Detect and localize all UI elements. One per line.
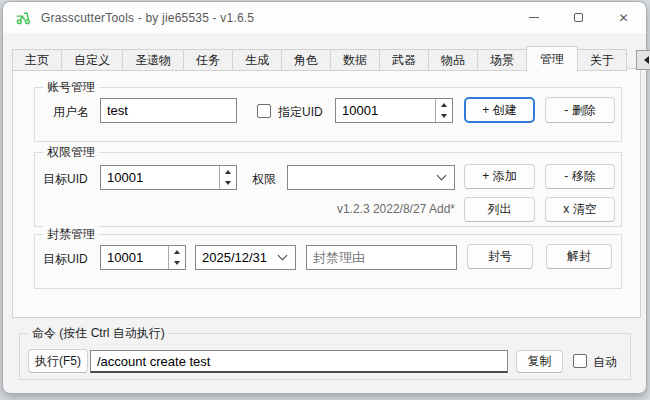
ban-target-uid-value: 10001 (101, 246, 168, 269)
tab-quests[interactable]: 任务 (183, 49, 233, 71)
up-arrow-icon (441, 103, 447, 107)
left-arrow-icon (644, 56, 649, 64)
run-command-button[interactable]: 执行(F5) (28, 349, 88, 373)
add-permission-button[interactable]: + 添加 (464, 164, 535, 189)
permission-version-note: v1.2.3 2022/8/27 Add* (185, 202, 455, 216)
tab-about[interactable]: 关于 (577, 49, 627, 71)
close-icon: ✕ (618, 11, 628, 25)
tab-scenes[interactable]: 场景 (477, 49, 527, 71)
copy-command-button[interactable]: 复制 (516, 350, 563, 373)
perm-target-uid-value: 10001 (101, 166, 219, 189)
chevron-down-icon (437, 170, 447, 180)
create-account-button[interactable]: + 创建 (464, 97, 535, 123)
remove-permission-button[interactable]: - 移除 (545, 164, 615, 189)
clear-permission-button[interactable]: x 清空 (545, 197, 615, 222)
tab-weapons[interactable]: 武器 (379, 49, 429, 71)
ban-target-uid-spinner[interactable]: 10001 (100, 245, 186, 270)
maximize-icon (574, 13, 583, 22)
specify-uid-label: 指定UID (278, 104, 323, 121)
account-group: 账号管理 用户名 指定UID 10001 + 创建 - 删除 (34, 87, 622, 142)
permission-group: 权限管理 目标UID 10001 权限 + 添加 - 移除 v1.2.3 202… (34, 152, 622, 227)
app-window: GrasscutterTools - by jie65535 - v1.6.5 … (2, 1, 647, 394)
spinner-down-button[interactable] (169, 258, 185, 270)
minimize-button[interactable] (511, 2, 556, 33)
list-permission-button[interactable]: 列出 (464, 197, 535, 222)
down-arrow-icon (441, 114, 447, 118)
auto-run-label: 自动 (593, 354, 617, 371)
account-uid-spinner[interactable]: 10001 (335, 98, 453, 123)
up-arrow-icon (174, 250, 180, 254)
tab-scroll-buttons (634, 50, 650, 70)
title-bar: GrasscutterTools - by jie65535 - v1.6.5 … (3, 2, 646, 33)
perm-label: 权限 (252, 171, 276, 188)
specify-uid-checkbox[interactable] (257, 104, 271, 118)
down-arrow-icon (225, 181, 231, 185)
spinner-down-button[interactable] (220, 178, 236, 190)
account-uid-value: 10001 (336, 99, 435, 122)
permission-combobox[interactable] (287, 165, 455, 190)
tab-home[interactable]: 主页 (12, 49, 62, 71)
ban-target-uid-label: 目标UID (43, 251, 88, 268)
tab-scroll-left-button[interactable] (636, 50, 650, 70)
chevron-down-icon (278, 250, 288, 260)
ban-button[interactable]: 封号 (467, 244, 533, 269)
auto-run-checkbox[interactable] (573, 354, 587, 368)
grasscutter-scooter-icon (15, 9, 32, 26)
window-title: GrasscutterTools - by jie65535 - v1.6.5 (41, 11, 254, 25)
tab-spawn[interactable]: 生成 (232, 49, 282, 71)
ban-date-combobox[interactable]: 2025/12/31 (195, 245, 296, 270)
management-tab-page: 账号管理 用户名 指定UID 10001 + 创建 - 删除 权限管理 目标UI… (12, 68, 641, 318)
command-input[interactable] (90, 350, 508, 373)
ban-group-title: 封禁管理 (43, 226, 99, 243)
spinner-down-button[interactable] (436, 111, 452, 123)
spinner-up-button[interactable] (436, 99, 452, 111)
ban-group: 封禁管理 目标UID 10001 2025/12/31 封号 解封 (34, 234, 622, 289)
up-arrow-icon (225, 170, 231, 174)
permission-group-title: 权限管理 (43, 144, 99, 161)
command-group-title: 命令 (按住 Ctrl 自动执行) (28, 325, 169, 342)
tab-artifacts[interactable]: 圣遗物 (122, 49, 184, 71)
command-group: 命令 (按住 Ctrl 自动执行) 执行(F5) 复制 自动 (19, 333, 631, 380)
ban-reason-input[interactable] (306, 245, 457, 270)
tab-management[interactable]: 管理 (526, 46, 578, 72)
username-label: 用户名 (53, 104, 89, 121)
spinner-up-button[interactable] (169, 246, 185, 258)
tab-strip: 主页 自定义 圣遗物 任务 生成 角色 数据 武器 物品 场景 管理 关于 (12, 46, 650, 71)
close-button[interactable]: ✕ (601, 2, 646, 33)
unban-button[interactable]: 解封 (546, 244, 612, 269)
down-arrow-icon (174, 261, 180, 265)
spinner-up-button[interactable] (220, 166, 236, 178)
minimize-icon (529, 17, 539, 18)
ban-date-value: 2025/12/31 (202, 250, 267, 265)
account-group-title: 账号管理 (43, 79, 99, 96)
tab-items[interactable]: 物品 (428, 49, 478, 71)
perm-target-uid-label: 目标UID (43, 171, 88, 188)
perm-target-uid-spinner[interactable]: 10001 (100, 165, 237, 190)
tab-stats[interactable]: 数据 (330, 49, 380, 71)
maximize-button[interactable] (556, 2, 601, 33)
username-input[interactable] (100, 98, 237, 123)
tab-custom[interactable]: 自定义 (61, 49, 123, 71)
tab-avatar[interactable]: 角色 (281, 49, 331, 71)
delete-account-button[interactable]: - 删除 (545, 97, 615, 123)
